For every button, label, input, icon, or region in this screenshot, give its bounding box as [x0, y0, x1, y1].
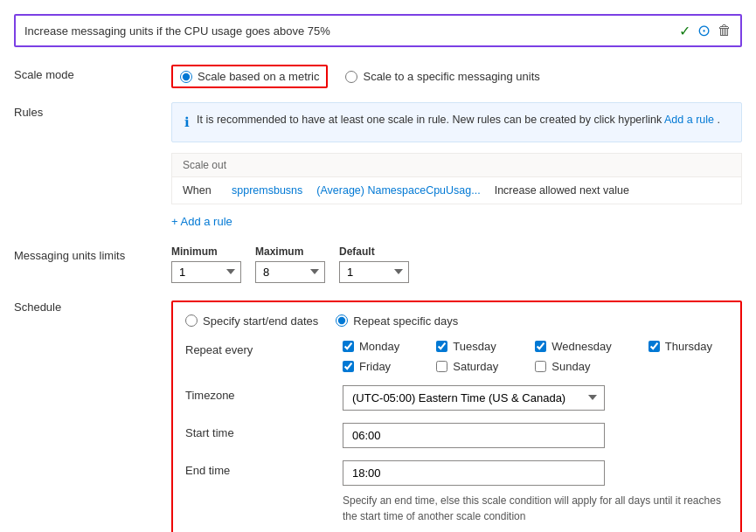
start-time-section: Start time	[185, 423, 728, 448]
add-rule-inline-link[interactable]: Add a rule	[664, 114, 714, 126]
saturday-checkbox[interactable]	[436, 361, 447, 372]
tuesday-checkbox[interactable]	[436, 341, 447, 352]
scale-specific-label: Scale to a specific messaging units	[363, 70, 539, 83]
specify-dates-radio[interactable]	[185, 314, 198, 327]
add-rule-link[interactable]: + Add a rule	[171, 211, 232, 231]
scale-specific-option[interactable]: Scale to a specific messaging units	[345, 70, 539, 83]
resource-name: sppremsbusns	[232, 184, 302, 197]
info-text: It is recommended to have at least one s…	[197, 112, 720, 128]
schedule-wrapper: Schedule Specify start/end dates Repeat …	[14, 297, 742, 533]
scale-out-row: When sppremsbusns (Average) NamespaceCpu…	[172, 177, 741, 204]
end-time-hint: Specify an end time, else this scale con…	[343, 493, 728, 524]
schedule-outer-label: Schedule	[14, 297, 171, 533]
repeat-every-label: Repeat every	[185, 340, 343, 373]
arrow-right-icon[interactable]: ⊙	[697, 21, 711, 40]
friday-checkbox[interactable]	[343, 361, 354, 372]
timezone-section: Timezone (UTC-05:00) Eastern Time (US & …	[185, 385, 728, 411]
wednesday-label: Wednesday	[551, 340, 611, 353]
scale-metric-radio[interactable]	[180, 71, 192, 83]
start-time-label: Start time	[185, 423, 343, 448]
timezone-label: Timezone	[185, 385, 343, 411]
thursday-checkbox-item[interactable]: Thursday	[648, 340, 728, 353]
messaging-units-content: Minimum 1 Maximum 8 Default 1	[171, 245, 742, 283]
saturday-label: Saturday	[453, 360, 498, 373]
schedule-right: Specify start/end dates Repeat specific …	[171, 297, 742, 533]
minimum-group: Minimum 1	[171, 245, 241, 283]
scale-metric-label: Scale based on a metric	[198, 70, 319, 83]
schedule-section: Specify start/end dates Repeat specific …	[171, 301, 742, 533]
scale-out-section: Scale out When sppremsbusns (Average) Na…	[171, 153, 742, 204]
scale-mode-radio-group: Scale based on a metric Scale to a speci…	[171, 65, 742, 88]
scale-mode-label: Scale mode	[14, 65, 171, 88]
rules-label: Rules	[14, 102, 171, 231]
saturday-checkbox-item[interactable]: Saturday	[436, 360, 514, 373]
scale-specific-radio[interactable]	[345, 71, 357, 83]
repeat-days-radio[interactable]	[336, 314, 348, 327]
specify-dates-option[interactable]: Specify start/end dates	[185, 314, 318, 328]
default-group: Default 1	[339, 245, 409, 283]
end-time-section: End time Specify an end time, else this …	[185, 460, 728, 524]
tuesday-checkbox-item[interactable]: Tuesday	[436, 340, 514, 353]
wednesday-checkbox-item[interactable]: Wednesday	[535, 340, 627, 353]
action-label: Increase allowed next value	[495, 184, 629, 197]
friday-label: Friday	[359, 360, 391, 373]
scale-out-header: Scale out	[172, 154, 741, 177]
monday-checkbox-item[interactable]: Monday	[343, 340, 415, 353]
limits-row: Minimum 1 Maximum 8 Default 1	[171, 245, 742, 283]
default-label: Default	[339, 245, 409, 258]
timezone-content: (UTC-05:00) Eastern Time (US & Canada)	[343, 385, 728, 411]
scale-mode-options: Scale based on a metric Scale to a speci…	[171, 65, 742, 88]
wednesday-checkbox[interactable]	[535, 341, 546, 352]
monday-label: Monday	[359, 340, 399, 353]
friday-checkbox-item[interactable]: Friday	[343, 360, 415, 373]
repeat-days-option[interactable]: Repeat specific days	[336, 314, 458, 328]
trash-icon[interactable]: 🗑	[718, 23, 732, 38]
scale-mode-section: Scale mode Scale based on a metric Scale…	[14, 65, 742, 88]
sunday-checkbox-item[interactable]: Sunday	[535, 360, 627, 373]
days-grid: Monday Tuesday Wednesday	[343, 340, 728, 373]
maximum-select[interactable]: 8	[255, 261, 325, 283]
tuesday-label: Tuesday	[453, 340, 496, 353]
schedule-inner: Specify start/end dates Repeat specific …	[185, 314, 728, 524]
end-time-label: End time	[185, 460, 343, 524]
scale-metric-option[interactable]: Scale based on a metric	[171, 65, 328, 88]
default-select[interactable]: 1	[339, 261, 409, 283]
when-label: When	[183, 184, 218, 197]
messaging-units-label: Messaging units limits	[14, 245, 171, 283]
specify-dates-label: Specify start/end dates	[203, 314, 318, 328]
check-icon: ✓	[679, 23, 690, 39]
start-time-content	[343, 423, 728, 448]
info-icon: ℹ	[184, 113, 190, 133]
rules-content: ℹ It is recommended to have at least one…	[171, 102, 742, 231]
messaging-units-section: Messaging units limits Minimum 1 Maximum…	[14, 245, 742, 283]
minimum-select[interactable]: 1	[171, 261, 241, 283]
repeat-days-label: Repeat specific days	[353, 314, 458, 328]
repeat-every-content: Monday Tuesday Wednesday	[343, 340, 728, 373]
monday-checkbox[interactable]	[343, 341, 354, 352]
minimum-label: Minimum	[171, 245, 241, 258]
maximum-group: Maximum 8	[255, 245, 325, 283]
start-time-input[interactable]	[343, 423, 605, 448]
rules-section: Rules ℹ It is recommended to have at lea…	[14, 102, 742, 231]
info-box: ℹ It is recommended to have at least one…	[171, 102, 742, 142]
thursday-label: Thursday	[665, 340, 712, 353]
schedule-radio-group: Specify start/end dates Repeat specific …	[185, 314, 728, 328]
title-bar: ✓ ⊙ 🗑	[14, 14, 742, 47]
maximum-label: Maximum	[255, 245, 325, 258]
repeat-every-section: Repeat every Monday Tuesday	[185, 340, 728, 373]
sunday-label: Sunday	[551, 360, 590, 373]
title-input[interactable]	[24, 24, 672, 38]
metric-name: (Average) NamespaceCpuUsag...	[316, 184, 480, 197]
timezone-select[interactable]: (UTC-05:00) Eastern Time (US & Canada)	[343, 385, 605, 411]
end-time-input[interactable]	[343, 460, 605, 486]
sunday-checkbox[interactable]	[535, 361, 546, 372]
thursday-checkbox[interactable]	[648, 341, 660, 352]
end-time-content: Specify an end time, else this scale con…	[343, 460, 728, 524]
